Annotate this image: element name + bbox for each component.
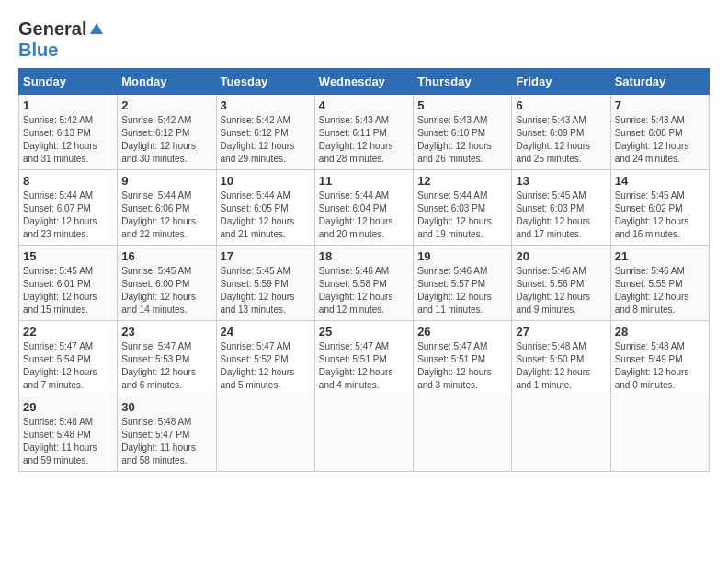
- calendar-cell-11: 11Sunrise: 5:44 AMSunset: 6:04 PMDayligh…: [314, 170, 413, 246]
- logo: General Blue: [18, 18, 107, 61]
- calendar-week-2: 8Sunrise: 5:44 AMSunset: 6:07 PMDaylight…: [19, 170, 710, 246]
- calendar-week-4: 22Sunrise: 5:47 AMSunset: 5:54 PMDayligh…: [19, 321, 710, 396]
- calendar-cell-15: 15Sunrise: 5:45 AMSunset: 6:01 PMDayligh…: [19, 246, 118, 321]
- calendar-cell-27: 27Sunrise: 5:48 AMSunset: 5:50 PMDayligh…: [512, 321, 610, 396]
- calendar-week-3: 15Sunrise: 5:45 AMSunset: 6:01 PMDayligh…: [19, 246, 710, 321]
- calendar-cell-13: 13Sunrise: 5:45 AMSunset: 6:03 PMDayligh…: [512, 170, 610, 246]
- calendar-cell-26: 26Sunrise: 5:47 AMSunset: 5:51 PMDayligh…: [414, 321, 512, 396]
- calendar-cell-21: 21Sunrise: 5:46 AMSunset: 5:55 PMDayligh…: [610, 246, 709, 321]
- calendar-cell-28: 28Sunrise: 5:48 AMSunset: 5:49 PMDayligh…: [610, 321, 709, 396]
- calendar-cell-23: 23Sunrise: 5:47 AMSunset: 5:53 PMDayligh…: [118, 321, 216, 396]
- calendar-week-1: 1Sunrise: 5:42 AMSunset: 6:13 PMDaylight…: [19, 95, 710, 170]
- column-header-thursday: Thursday: [414, 69, 512, 95]
- calendar-cell-2: 2Sunrise: 5:42 AMSunset: 6:12 PMDaylight…: [118, 95, 216, 170]
- calendar-cell-7: 7Sunrise: 5:43 AMSunset: 6:08 PMDaylight…: [610, 95, 709, 170]
- calendar-cell-18: 18Sunrise: 5:46 AMSunset: 5:58 PMDayligh…: [314, 246, 413, 321]
- svg-marker-0: [90, 23, 103, 34]
- calendar-cell-20: 20Sunrise: 5:46 AMSunset: 5:56 PMDayligh…: [512, 246, 610, 321]
- calendar-cell-6: 6Sunrise: 5:43 AMSunset: 6:09 PMDaylight…: [512, 95, 610, 170]
- calendar-cell-17: 17Sunrise: 5:45 AMSunset: 5:59 PMDayligh…: [216, 246, 314, 321]
- column-header-tuesday: Tuesday: [216, 69, 314, 95]
- calendar-cell-24: 24Sunrise: 5:47 AMSunset: 5:52 PMDayligh…: [216, 321, 314, 396]
- calendar-cell-10: 10Sunrise: 5:44 AMSunset: 6:05 PMDayligh…: [216, 170, 314, 246]
- calendar-cell-3: 3Sunrise: 5:42 AMSunset: 6:12 PMDaylight…: [216, 95, 314, 170]
- calendar-cell-4: 4Sunrise: 5:43 AMSunset: 6:11 PMDaylight…: [314, 95, 413, 170]
- logo-general: General: [18, 18, 86, 40]
- calendar-cell-empty: [610, 396, 709, 472]
- calendar-cell-12: 12Sunrise: 5:44 AMSunset: 6:03 PMDayligh…: [414, 170, 512, 246]
- column-header-saturday: Saturday: [610, 69, 709, 95]
- calendar-header-row: SundayMondayTuesdayWednesdayThursdayFrid…: [19, 69, 710, 95]
- calendar-cell-9: 9Sunrise: 5:44 AMSunset: 6:06 PMDaylight…: [118, 170, 216, 246]
- calendar-cell-empty: [512, 396, 610, 472]
- calendar-cell-29: 29Sunrise: 5:48 AMSunset: 5:48 PMDayligh…: [19, 396, 118, 472]
- column-header-wednesday: Wednesday: [314, 69, 413, 95]
- calendar-cell-1: 1Sunrise: 5:42 AMSunset: 6:13 PMDaylight…: [19, 95, 118, 170]
- column-header-monday: Monday: [118, 69, 216, 95]
- calendar-cell-25: 25Sunrise: 5:47 AMSunset: 5:51 PMDayligh…: [314, 321, 413, 396]
- calendar-cell-5: 5Sunrise: 5:43 AMSunset: 6:10 PMDaylight…: [414, 95, 512, 170]
- calendar-cell-empty: [414, 396, 512, 472]
- logo-blue: Blue: [18, 40, 58, 61]
- column-header-friday: Friday: [512, 69, 610, 95]
- calendar-cell-19: 19Sunrise: 5:46 AMSunset: 5:57 PMDayligh…: [414, 246, 512, 321]
- logo-icon: [88, 21, 105, 38]
- calendar-cell-empty: [314, 396, 413, 472]
- calendar-cell-22: 22Sunrise: 5:47 AMSunset: 5:54 PMDayligh…: [19, 321, 118, 396]
- calendar-cell-16: 16Sunrise: 5:45 AMSunset: 6:00 PMDayligh…: [118, 246, 216, 321]
- calendar-cell-8: 8Sunrise: 5:44 AMSunset: 6:07 PMDaylight…: [19, 170, 118, 246]
- column-header-sunday: Sunday: [19, 69, 118, 95]
- calendar-cell-30: 30Sunrise: 5:48 AMSunset: 5:47 PMDayligh…: [118, 396, 216, 472]
- calendar-week-5: 29Sunrise: 5:48 AMSunset: 5:48 PMDayligh…: [19, 396, 710, 472]
- calendar-cell-14: 14Sunrise: 5:45 AMSunset: 6:02 PMDayligh…: [610, 170, 709, 246]
- header: General Blue: [18, 18, 710, 61]
- calendar-cell-empty: [216, 396, 314, 472]
- calendar-table: SundayMondayTuesdayWednesdayThursdayFrid…: [18, 68, 710, 472]
